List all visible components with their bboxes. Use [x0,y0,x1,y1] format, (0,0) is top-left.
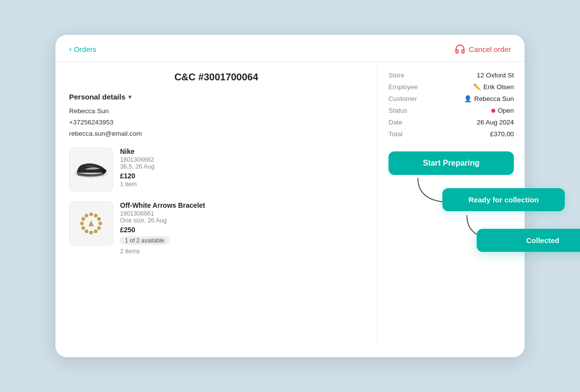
total-value: £370,00 [490,130,514,138]
item-details-bracelet: Off-White Arrows Bracelet 1801306661 One… [120,201,363,255]
personal-details-info: Rebecca Sun +37256243953 rebecca.sun@ema… [69,106,363,140]
svg-point-14 [82,217,85,220]
pencil-icon: ✏️ [473,83,481,91]
svg-point-15 [85,214,88,217]
person-icon: 👤 [464,95,472,102]
date-row: Date 26 Aug 2024 [388,119,514,126]
item-qty-nike: 1 item [120,181,363,188]
headset-icon [455,44,465,54]
personal-details-label: Personal details [69,93,125,101]
order-title: C&C #3001700064 [69,72,363,83]
svg-rect-2 [85,165,95,166]
total-label: Total [388,130,403,138]
item-price-nike: £120 [120,172,363,180]
svg-point-13 [80,221,84,225]
customer-row: Customer 👤 Rebecca Sun [388,95,514,102]
start-preparing-button[interactable]: Start Preparing [388,151,514,175]
date-label: Date [388,119,403,126]
left-panel: C&C #3001700064 Personal details ▾ Rebec… [55,62,378,346]
status-dot-icon [491,109,495,113]
svg-marker-16 [89,220,93,226]
svg-point-7 [98,221,102,225]
customer-name: Rebecca Sun [69,106,363,117]
collected-button[interactable]: Collected [477,229,580,252]
back-chevron-icon: ‹ [69,44,72,54]
svg-point-8 [97,226,101,230]
svg-point-6 [97,217,101,220]
item-image-nike [69,147,113,192]
item-qty-bracelet: 2 items [120,248,363,255]
item-id-nike: 1801306662 [120,156,363,163]
svg-point-1 [101,169,106,173]
order-item-bracelet: Off-White Arrows Bracelet 1801306661 One… [69,201,363,255]
personal-details-toggle[interactable]: Personal details ▾ [69,93,363,101]
employee-label: Employee [388,83,418,91]
date-value: 26 Aug 2024 [477,119,514,126]
availability-badge: 1 of 2 available [120,236,169,245]
item-name-bracelet: Off-White Arrows Bracelet [120,201,363,209]
cancel-order-button[interactable]: Cancel order [455,44,511,54]
customer-phone: +37256243953 [69,117,363,128]
ready-for-collection-button[interactable]: Ready for collection [442,188,565,211]
total-row: Total £370,00 [388,130,514,138]
nike-shoe-image [72,156,111,183]
svg-point-9 [94,229,97,233]
chevron-down-icon: ▾ [128,94,131,100]
cancel-order-label: Cancel order [469,45,511,53]
store-label: Store [388,72,404,79]
svg-point-4 [90,213,93,216]
employee-row: Employee ✏️ Erik Olsen [388,83,514,91]
back-label: Orders [74,45,97,53]
svg-point-11 [85,229,88,233]
customer-label: Customer [388,95,417,102]
svg-rect-3 [86,167,95,168]
header: ‹ Orders Cancel order [55,35,525,62]
action-buttons-area: Start Preparing Ready for collection Col… [388,151,514,264]
bracelet-image [76,209,106,238]
item-name-nike: Nike [120,147,363,155]
customer-value: 👤 Rebecca Sun [464,95,514,102]
svg-point-10 [90,231,93,234]
right-panel: Store 12 Oxford St Employee ✏️ Erik Olse… [378,62,525,346]
status-row: Status Open [388,107,514,114]
item-size-bracelet: One size, 26 Aug [120,217,363,224]
status-label: Status [388,107,407,114]
item-details-nike: Nike 1801306662 36,5, 26 Aug £120 1 item [120,147,363,188]
item-image-bracelet [69,201,113,245]
back-link[interactable]: ‹ Orders [69,44,97,54]
store-row: Store 12 Oxford St [388,72,514,79]
item-size-nike: 36,5, 26 Aug [120,163,363,170]
main-content: C&C #3001700064 Personal details ▾ Rebec… [55,62,525,346]
svg-point-12 [82,226,85,230]
device-frame: ‹ Orders Cancel order C&C #3001700064 Pe… [55,34,525,358]
employee-value: ✏️ Erik Olsen [473,83,514,91]
store-value: 12 Oxford St [477,72,514,79]
customer-email: rebecca.sun@email.com [69,128,363,140]
order-item-nike: Nike 1801306662 36,5, 26 Aug £120 1 item [69,147,363,192]
status-value: Open [491,107,514,114]
item-price-bracelet: £250 [120,226,363,234]
svg-point-5 [94,214,97,217]
item-id-bracelet: 1801306661 [120,210,363,217]
